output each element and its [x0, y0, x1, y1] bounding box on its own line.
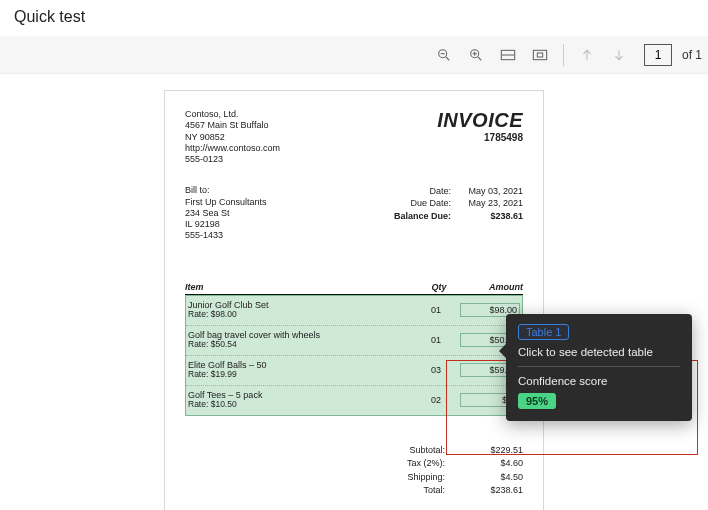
document-viewport: Contoso, Ltd. 4567 Main St Buffalo NY 90…: [0, 74, 708, 510]
subtotal-value: $229.51: [465, 444, 523, 458]
svg-line-4: [478, 57, 481, 60]
from-name: Contoso, Ltd.: [185, 109, 280, 120]
balance-value: $238.61: [465, 210, 523, 222]
balance-label: Balance Due:: [389, 210, 451, 222]
zoom-in-icon[interactable]: [463, 42, 489, 68]
items-header-row: Item Qty Amount: [185, 282, 523, 295]
item-qty: 03: [412, 365, 460, 375]
from-url: http://www.contoso.com: [185, 143, 280, 154]
detection-tooltip[interactable]: Table 1 Click to see detected table Conf…: [506, 314, 692, 421]
fit-page-icon[interactable]: [527, 42, 553, 68]
svg-line-1: [446, 57, 449, 60]
zoom-out-icon[interactable]: [431, 42, 457, 68]
subtotal-label: Subtotal:: [375, 444, 445, 458]
date-label: Date:: [389, 185, 451, 197]
fit-width-icon[interactable]: [495, 42, 521, 68]
total-value: $238.61: [465, 484, 523, 498]
invoice-number: 1785498: [437, 132, 523, 143]
table-badge[interactable]: Table 1: [518, 324, 569, 340]
col-amount: Amount: [463, 282, 523, 292]
shipping-label: Shipping:: [375, 471, 445, 485]
confidence-label: Confidence score: [518, 375, 680, 387]
tooltip-separator: [518, 366, 680, 367]
item-rate: Rate: $50.54: [188, 340, 412, 350]
page-count-label: of 1: [682, 48, 702, 62]
invoice-page: Contoso, Ltd. 4567 Main St Buffalo NY 90…: [164, 90, 544, 510]
col-qty: Qty: [415, 282, 463, 292]
billto-phone: 555-1433: [185, 230, 267, 241]
confidence-badge: 95%: [518, 393, 556, 409]
page-up-icon[interactable]: [574, 42, 600, 68]
item-rate: Rate: $19.99: [188, 370, 412, 380]
tooltip-click-text: Click to see detected table: [518, 346, 680, 358]
billto-cityzip: IL 92198: [185, 219, 267, 230]
page-title: Quick test: [0, 0, 708, 36]
total-label: Total:: [375, 484, 445, 498]
dates-block: Date:May 03, 2021 Due Date:May 23, 2021 …: [389, 185, 523, 241]
bill-to-block: Bill to: First Up Consultants 234 Sea St…: [185, 185, 267, 241]
item-qty: 01: [412, 305, 460, 315]
date-value: May 03, 2021: [465, 185, 523, 197]
viewer-toolbar: 1 of 1: [0, 36, 708, 74]
from-address: Contoso, Ltd. 4567 Main St Buffalo NY 90…: [185, 109, 280, 165]
invoice-title: INVOICE: [437, 109, 523, 132]
shipping-value: $4.50: [465, 471, 523, 485]
item-qty: 02: [412, 395, 460, 405]
from-street: 4567 Main St Buffalo: [185, 120, 280, 131]
due-label: Due Date:: [389, 197, 451, 209]
page-down-icon[interactable]: [606, 42, 632, 68]
col-item: Item: [185, 282, 415, 292]
table-row: Golf Tees – 5 packRate: $10.50 02 $21: [186, 386, 522, 415]
item-rate: Rate: $98.00: [188, 310, 412, 320]
billto-name: First Up Consultants: [185, 197, 267, 208]
from-cityzip: NY 90852: [185, 132, 280, 143]
table-row: Junior Golf Club SetRate: $98.00 01 $98.…: [186, 296, 522, 326]
billto-street: 234 Sea St: [185, 208, 267, 219]
page-number-input[interactable]: 1: [644, 44, 672, 66]
invoice-heading: INVOICE 1785498: [437, 109, 523, 165]
svg-rect-10: [537, 53, 542, 57]
billto-label: Bill to:: [185, 185, 267, 196]
totals-block: Subtotal:$229.51 Tax (2%):$4.60 Shipping…: [185, 444, 523, 498]
tax-value: $4.60: [465, 457, 523, 471]
table-row: Golf bag travel cover with wheelsRate: $…: [186, 326, 522, 356]
item-qty: 01: [412, 335, 460, 345]
from-phone: 555-0123: [185, 154, 280, 165]
toolbar-separator: [563, 44, 564, 66]
tax-label: Tax (2%):: [375, 457, 445, 471]
svg-rect-9: [533, 50, 546, 59]
item-rate: Rate: $10.50: [188, 400, 412, 410]
table-row: Elite Golf Balls – 50Rate: $19.99 03 $59…: [186, 356, 522, 386]
due-value: May 23, 2021: [465, 197, 523, 209]
detected-table-highlight[interactable]: Junior Golf Club SetRate: $98.00 01 $98.…: [185, 295, 523, 416]
